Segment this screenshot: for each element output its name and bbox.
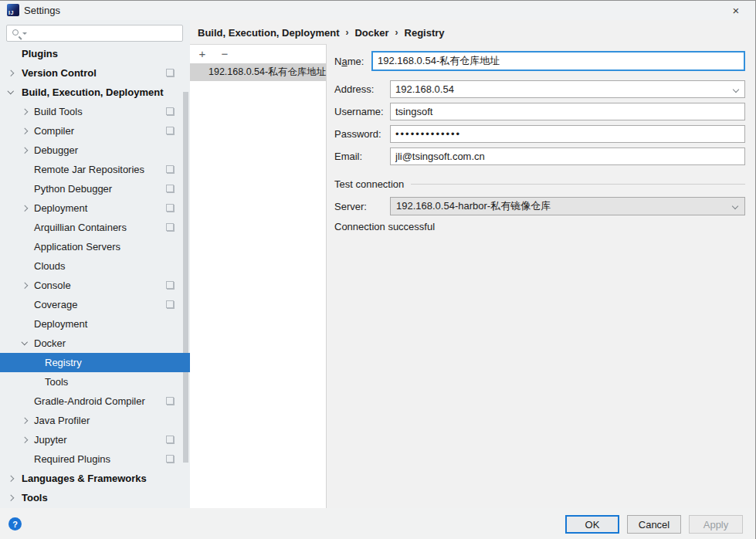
email-field[interactable] [390,147,745,165]
username-field[interactable] [390,103,745,120]
sidebar-item[interactable]: Plugins [0,44,190,63]
username-label: Username: [334,106,390,117]
sidebar-item[interactable]: Application Servers [0,237,190,256]
sidebar-item[interactable]: Clouds [0,256,190,276]
per-project-settings-icon [166,127,175,135]
sidebar-item[interactable]: Registry [0,353,190,372]
sidebar-item[interactable]: Deployment [0,314,190,334]
sidebar-item-label: Tools [45,376,68,388]
connection-status-text: Connection successful [334,221,435,232]
apply-button: Apply [689,515,743,534]
sidebar-item[interactable]: Languages & Frameworks [0,469,190,488]
per-project-settings-icon [166,397,175,405]
sidebar-item-label: Gradle-Android Compiler [34,395,145,407]
sidebar-item-label: Java Profiler [34,415,90,426]
search-icon[interactable] [12,29,19,36]
address-field[interactable] [390,80,745,98]
remove-registry-button[interactable]: − [219,49,230,59]
registry-list-panel: + − 192.168.0.54-私有仓库地址 [190,44,327,508]
search-input[interactable] [29,26,179,40]
sidebar-item-label: Version Control [22,67,97,79]
server-select[interactable]: 192.168.0.54-harbor-私有镜像仓库 [390,197,745,215]
sidebar-item-label: Deployment [34,202,87,214]
sidebar-item-label: Compiler [34,125,74,137]
title-bar: Settings × [0,1,755,20]
per-project-settings-icon [166,455,175,463]
breadcrumb-item[interactable]: Registry [405,27,445,39]
ok-button[interactable]: OK [565,515,619,534]
sidebar-item[interactable]: Deployment [0,198,190,218]
tree-expand-chevron-icon[interactable] [22,283,28,289]
per-project-settings-icon [166,436,175,444]
tree-expand-chevron-icon[interactable] [22,128,28,134]
window-title: Settings [24,1,60,20]
tree-expand-chevron-icon[interactable] [8,88,14,94]
sidebar-item[interactable]: Debugger [0,141,190,160]
server-selected-value: 192.168.0.54-harbor-私有镜像仓库 [396,199,551,213]
sidebar-item-label: Deployment [34,318,87,330]
per-project-settings-icon [166,204,175,212]
registry-list-item[interactable]: 192.168.0.54-私有仓库地址 [190,63,326,81]
sidebar-item[interactable]: Tools [0,372,190,392]
server-dropdown-chevron-icon[interactable] [732,203,738,209]
cancel-button[interactable]: Cancel [627,515,681,534]
tree-expand-chevron-icon[interactable] [8,495,14,501]
sidebar-item[interactable]: Java Profiler [0,411,190,430]
registry-form: Name: Address: Username: Password: Email… [327,44,755,508]
sidebar-item-label: Plugins [22,48,58,59]
sidebar-item[interactable]: Version Control [0,63,190,83]
sidebar-item[interactable]: Tools [0,488,190,507]
sidebar-item-label: Console [34,280,71,291]
sidebar-item[interactable]: Required Plugins [0,449,190,469]
sidebar-item-label: Application Servers [34,241,120,253]
sidebar-item-label: Debugger [34,144,78,156]
sidebar-item[interactable]: Remote Jar Repositories [0,160,190,179]
search-options-caret-icon[interactable] [22,32,27,35]
tree-expand-chevron-icon[interactable] [22,109,28,115]
breadcrumb-item[interactable]: Docker [354,27,388,39]
breadcrumb-separator-icon: › [345,27,348,38]
sidebar-item[interactable]: Console [0,276,190,295]
breadcrumb-separator-icon: › [395,27,398,38]
tree-expand-chevron-icon[interactable] [8,476,14,482]
sidebar-item[interactable]: Arquillian Containers [0,218,190,237]
tree-expand-chevron-icon[interactable] [22,418,28,424]
close-icon[interactable]: × [724,1,748,20]
sidebar-item-label: Jupyter [34,434,67,446]
intellij-logo-icon [7,4,19,16]
sidebar-item-label: Tools [22,492,48,503]
sidebar-item[interactable]: Build Tools [0,102,190,121]
address-label: Address: [334,83,390,95]
search-box[interactable] [6,25,183,42]
sidebar-item-label: Arquillian Containers [34,222,127,233]
breadcrumb-item[interactable]: Build, Execution, Deployment [198,27,339,39]
sidebar-item[interactable]: Docker [0,334,190,353]
help-button[interactable]: ? [8,517,22,531]
settings-sidebar: Plugins Version Control Build, Execution… [0,20,190,508]
sidebar-scrollbar-thumb[interactable] [183,92,188,463]
sidebar-item[interactable]: Compiler [0,121,190,141]
sidebar-item[interactable]: Python Debugger [0,179,190,198]
per-project-settings-icon [166,165,175,174]
tree-expand-chevron-icon[interactable] [22,205,28,212]
settings-dialog: Settings × Plugins Version Control Build… [0,0,756,539]
name-field[interactable] [371,51,745,71]
sidebar-item[interactable]: Gradle-Android Compiler [0,392,190,411]
password-label: Password: [334,128,390,140]
sidebar-item-label: Docker [34,337,66,349]
server-label: Server: [334,201,390,212]
sidebar-item[interactable]: Build, Execution, Deployment [0,83,190,102]
tree-expand-chevron-icon[interactable] [22,437,28,443]
password-field[interactable] [390,125,745,143]
breadcrumb: Build, Execution, Deployment › Docker › … [198,24,445,41]
sidebar-item-label: Required Plugins [34,453,110,465]
per-project-settings-icon [166,300,175,309]
sidebar-item[interactable]: Coverage [0,295,190,314]
tree-expand-chevron-icon[interactable] [8,70,14,76]
tree-expand-chevron-icon[interactable] [22,147,28,154]
add-registry-button[interactable]: + [197,49,208,59]
sidebar-item[interactable]: Jupyter [0,430,190,449]
sidebar-item-label: Build, Execution, Deployment [22,86,163,98]
registry-list: 192.168.0.54-私有仓库地址 [190,63,326,81]
tree-expand-chevron-icon[interactable] [22,339,28,345]
